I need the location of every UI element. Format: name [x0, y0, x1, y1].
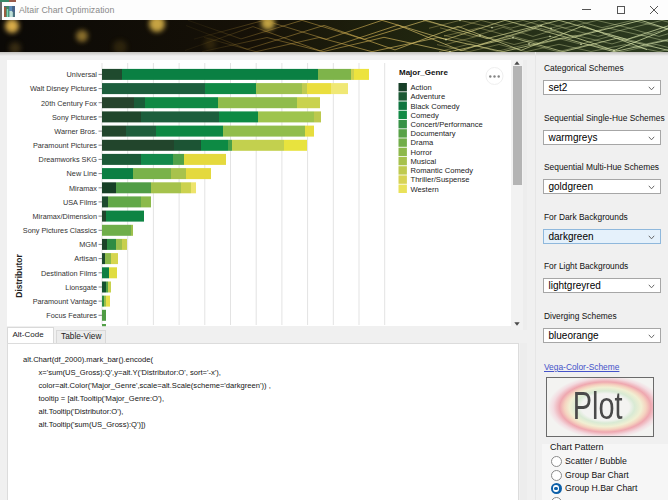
- svg-text:Focus Features: Focus Features: [46, 311, 97, 320]
- svg-text:Documentary: Documentary: [411, 129, 456, 138]
- svg-text:Universal: Universal: [67, 70, 98, 79]
- svg-text:USA Films: USA Films: [63, 198, 97, 207]
- svg-text:Miramax: Miramax: [69, 184, 97, 193]
- svg-text:Action: Action: [411, 83, 432, 92]
- svg-text:Thriller/Suspense: Thriller/Suspense: [411, 175, 470, 184]
- svg-text:Walt Disney Pictures: Walt Disney Pictures: [30, 84, 97, 93]
- svg-text:Lionsgate: Lionsgate: [65, 283, 97, 292]
- svg-text:Miramax/Dimension: Miramax/Dimension: [33, 212, 97, 221]
- svg-text:MGM: MGM: [79, 240, 97, 249]
- svg-text:Warner Bros.: Warner Bros.: [54, 127, 97, 136]
- svg-text:Dreamworks SKG: Dreamworks SKG: [39, 155, 98, 164]
- svg-text:Romantic Comedy: Romantic Comedy: [411, 166, 474, 175]
- svg-text:Sony Pictures Classics: Sony Pictures Classics: [23, 226, 98, 235]
- svg-text:New Line: New Line: [67, 169, 97, 178]
- svg-text:Comedy: Comedy: [411, 111, 439, 120]
- svg-text:Distributor: Distributor: [14, 254, 24, 298]
- svg-text:Paramount Vantage: Paramount Vantage: [33, 297, 97, 306]
- svg-text:Musical: Musical: [411, 157, 437, 166]
- svg-text:Artisan: Artisan: [74, 254, 97, 263]
- svg-text:Destination Films: Destination Films: [41, 269, 97, 278]
- svg-text:Sony Pictures: Sony Pictures: [52, 113, 97, 122]
- svg-text:Western: Western: [411, 185, 439, 194]
- svg-text:Horror: Horror: [411, 148, 433, 157]
- svg-text:Black Comedy: Black Comedy: [411, 102, 460, 111]
- svg-text:Major_Genre: Major_Genre: [399, 68, 448, 77]
- svg-text:Drama: Drama: [411, 138, 435, 147]
- svg-text:20th Century Fox: 20th Century Fox: [41, 99, 97, 108]
- svg-text:Paramount Pictures: Paramount Pictures: [33, 141, 97, 150]
- svg-text:Concert/Performance: Concert/Performance: [411, 120, 483, 129]
- svg-text:Adventure: Adventure: [411, 92, 446, 101]
